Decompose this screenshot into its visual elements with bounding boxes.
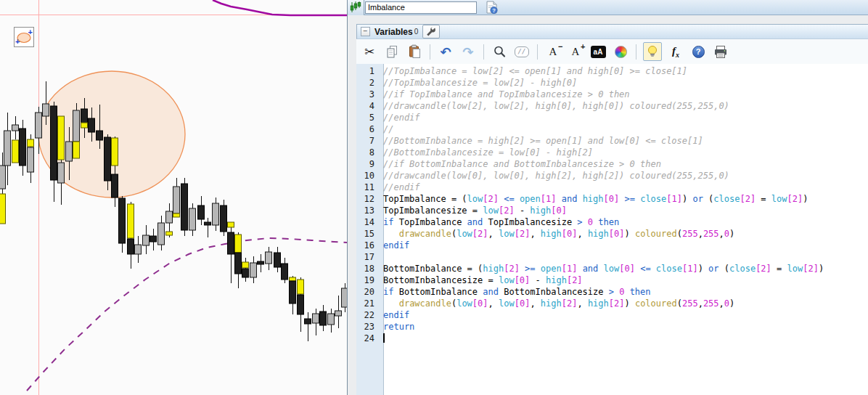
code-text: endif bbox=[380, 309, 409, 321]
code-text: //drawcandle(low[0], low[0], high[2], hi… bbox=[380, 170, 729, 182]
search-button[interactable] bbox=[491, 43, 508, 60]
line-number: 1 bbox=[356, 65, 380, 77]
price-chart[interactable]: + + bbox=[0, 0, 347, 395]
code-line[interactable]: 21 drawcandle(low[0], low[0], high[2], h… bbox=[356, 298, 868, 309]
code-line[interactable]: 11//endif bbox=[356, 182, 868, 193]
line-number: 5 bbox=[356, 112, 380, 123]
code-line[interactable]: 9//if BottomInbalance and BottomInbalanc… bbox=[356, 158, 868, 170]
search-icon bbox=[493, 45, 507, 59]
code-text: BottomInbalancesize = low[0] - high[2] bbox=[380, 274, 583, 286]
print-icon bbox=[713, 45, 728, 59]
document-question-glyph: ? bbox=[485, 1, 499, 15]
code-line[interactable]: 20if BottomInbalance and BottomInbalance… bbox=[356, 286, 868, 298]
candlestick-glyph bbox=[349, 1, 362, 13]
code-line[interactable]: 10//drawcandle(low[0], low[0], high[2], … bbox=[356, 170, 868, 182]
color-picker-button[interactable] bbox=[612, 43, 629, 60]
code-line[interactable]: 7//BottomInbalance = high[2] >= open[1] … bbox=[356, 135, 868, 147]
anchor-plus-icon: + bbox=[15, 38, 20, 45]
code-line[interactable]: 24 bbox=[356, 333, 868, 344]
print-button[interactable] bbox=[712, 43, 729, 60]
code-text: drawcandle(low[0], low[0], high[2], high… bbox=[380, 298, 734, 309]
indicator-name-input[interactable] bbox=[365, 1, 477, 14]
copy-button[interactable] bbox=[383, 43, 401, 60]
line-number: 10 bbox=[356, 170, 380, 182]
undo-button[interactable]: ↶ bbox=[437, 43, 454, 60]
code-line[interactable]: 8//BottomInbalancesize = low[0] - high[2… bbox=[356, 147, 868, 158]
editor-toolbar: ✂ ↶ ↷ bbox=[356, 39, 868, 64]
code-line[interactable]: 18BottomInbalance = (high[2] >= open[1] … bbox=[356, 263, 868, 274]
redo-button[interactable]: ↷ bbox=[459, 43, 477, 60]
variables-section-title: Variables bbox=[374, 27, 413, 37]
function-fx-icon: fx bbox=[672, 44, 679, 59]
line-number: 15 bbox=[356, 228, 380, 240]
font-case-icon: aA bbox=[591, 46, 606, 58]
decrease-font-button[interactable]: A− bbox=[544, 43, 562, 60]
code-line[interactable]: 15 drawcandle(low[2], low[2], high[0], h… bbox=[356, 228, 868, 240]
code-line[interactable]: 23return bbox=[356, 321, 868, 333]
font-decrease-icon: A− bbox=[549, 46, 557, 58]
code-line[interactable]: 4//drawcandle(low[2], low[2], high[0], h… bbox=[356, 100, 868, 112]
code-text: //TopImbalancesize = low[2] - high[0] bbox=[380, 77, 577, 89]
code-lines[interactable]: 1//TopImbalance = low[2] <= open[1] and … bbox=[356, 65, 868, 344]
code-editor[interactable]: 1//TopImbalance = low[2] <= open[1] and … bbox=[356, 64, 868, 395]
cut-button[interactable]: ✂ bbox=[361, 43, 378, 60]
code-line[interactable]: 12TopImbalance = (low[2] <= open[1] and … bbox=[356, 193, 868, 205]
code-line[interactable]: 1//TopImbalance = low[2] <= open[1] and … bbox=[356, 65, 868, 77]
paste-icon bbox=[408, 44, 422, 59]
line-number: 22 bbox=[356, 309, 380, 321]
code-line[interactable]: 16endif bbox=[356, 240, 868, 251]
code-line[interactable]: 19BottomInbalancesize = low[0] - high[2] bbox=[356, 274, 868, 286]
code-text: //BottomInbalancesize = low[0] - high[2] bbox=[380, 147, 593, 158]
help-icon: ? bbox=[692, 46, 705, 58]
code-line[interactable]: 2//TopImbalancesize = low[2] - high[0] bbox=[356, 77, 868, 89]
line-number: 20 bbox=[356, 286, 380, 298]
chart-canvas[interactable] bbox=[0, 0, 347, 395]
documentation-help-icon[interactable]: ? bbox=[484, 0, 500, 15]
code-line[interactable]: 6// bbox=[356, 123, 868, 135]
font-style-button[interactable]: aA bbox=[589, 43, 607, 60]
toggle-comment-button[interactable]: // bbox=[513, 43, 531, 60]
ellipse-drawing-tool-button[interactable]: + + bbox=[14, 27, 34, 47]
code-text: // bbox=[380, 123, 393, 135]
code-line[interactable]: 17 bbox=[356, 251, 868, 263]
line-number: 3 bbox=[356, 89, 380, 100]
line-number: 23 bbox=[356, 321, 380, 333]
code-text: drawcandle(low[2], low[2], high[0], high… bbox=[380, 228, 734, 240]
line-number: 24 bbox=[356, 333, 380, 344]
code-text: //endif bbox=[380, 112, 420, 123]
collapse-section-button[interactable]: − bbox=[361, 27, 370, 36]
code-line[interactable]: 3//if TopImbalance and TopImbalancesize … bbox=[356, 89, 868, 100]
code-text: //if BottomInbalance and BottomInbalance… bbox=[380, 158, 661, 170]
svg-text:?: ? bbox=[492, 7, 496, 14]
code-text: TopImbalance = (low[2] <= open[1] and hi… bbox=[380, 193, 808, 205]
increase-font-button[interactable]: A+ bbox=[567, 43, 584, 60]
undo-icon: ↶ bbox=[440, 44, 451, 60]
code-line[interactable]: 22endif bbox=[356, 309, 868, 321]
code-text: //endif bbox=[380, 182, 420, 193]
code-text: TopImbalancesize = low[2] - high[0] bbox=[380, 205, 567, 216]
code-text: BottomInbalance = (high[2] >= open[1] an… bbox=[380, 263, 824, 274]
variables-settings-wrench-button[interactable] bbox=[422, 25, 440, 38]
candlestick-indicator-icon[interactable] bbox=[348, 0, 364, 15]
indicator-editor-panel: ? − Variables 0 ✂ bbox=[347, 0, 868, 395]
indicator-title-bar: ? bbox=[348, 0, 868, 15]
insert-function-button[interactable]: fx bbox=[667, 43, 684, 60]
text-cursor bbox=[383, 333, 385, 343]
cut-icon: ✂ bbox=[364, 44, 374, 59]
paste-button[interactable] bbox=[406, 43, 423, 60]
copy-icon bbox=[385, 45, 399, 59]
code-line[interactable]: 13TopImbalancesize = low[2] - high[0] bbox=[356, 205, 868, 216]
line-number: 13 bbox=[356, 205, 380, 216]
code-text: //TopImbalance = low[2] <= open[1] and h… bbox=[380, 65, 687, 77]
code-line[interactable]: 5//endif bbox=[356, 112, 868, 123]
color-wheel-icon bbox=[615, 46, 627, 58]
code-text bbox=[380, 333, 385, 344]
wrench-icon bbox=[425, 26, 437, 37]
line-number: 11 bbox=[356, 182, 380, 193]
line-number: 9 bbox=[356, 158, 380, 170]
toolbar-separator bbox=[483, 44, 484, 60]
code-line[interactable]: 14if TopImbalance and TopImbalancesize >… bbox=[356, 216, 868, 228]
line-number: 8 bbox=[356, 147, 380, 158]
syntax-highlight-toggle-button[interactable] bbox=[643, 42, 662, 61]
help-button[interactable]: ? bbox=[689, 43, 707, 60]
